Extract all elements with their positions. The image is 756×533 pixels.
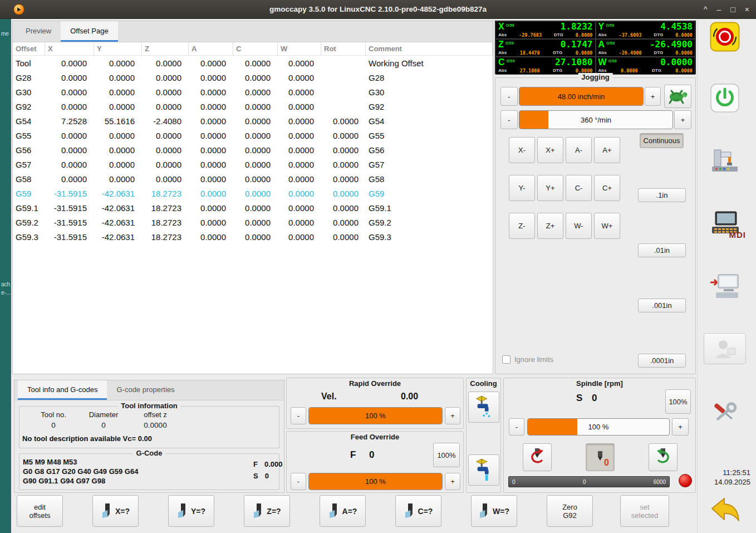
axis-set-button[interactable]: Z=? — [244, 495, 290, 527]
axis-set-button[interactable]: C=? — [395, 495, 441, 527]
offset-row[interactable]: G59 -31.5915 -42.0631 18.2723 0.0000 0.0… — [13, 186, 493, 201]
offset-row[interactable]: G55 0.0000 0.0000 0.0000 0.0000 0.0000 0… — [13, 128, 493, 143]
jog-button[interactable]: Z+ — [537, 213, 563, 239]
turtle-speed-button[interactable] — [664, 85, 691, 108]
cell-offset-name: G59 — [13, 189, 45, 198]
spindle-stop-button[interactable]: 0 — [586, 443, 615, 471]
dro-axis-cell[interactable]: W G59 0.0000 Abs 0.0000 DTG 0.0000 — [596, 57, 696, 75]
offset-row[interactable]: G92 0.0000 0.0000 0.0000 0.0000 0.0000 0… — [13, 99, 493, 114]
offset-row[interactable]: G58 0.0000 0.0000 0.0000 0.0000 0.0000 0… — [13, 172, 493, 186]
rapid-minus-button[interactable]: - — [291, 407, 306, 424]
tab-preview[interactable]: Preview — [16, 21, 61, 42]
close-icon[interactable]: × — [745, 5, 749, 14]
dro-axis-cell[interactable]: Z G59 0.1747 Abs 18.4470 DTG 0.0000 — [495, 39, 596, 57]
col-offset: Offset — [13, 42, 45, 55]
ignore-limits-checkbox[interactable]: Ignore limits — [502, 355, 553, 364]
jog-button[interactable]: A- — [566, 137, 592, 163]
feed-override-slider[interactable]: 100 % — [308, 473, 443, 490]
linear-speed-minus-button[interactable]: - — [500, 87, 518, 106]
spindle-right-button[interactable] — [649, 443, 678, 471]
back-button[interactable] — [703, 493, 748, 527]
offset-row[interactable]: G28 0.0000 0.0000 0.0000 0.0000 0.0000 0… — [13, 70, 493, 85]
feed-minus-button[interactable]: - — [291, 473, 306, 490]
offset-row[interactable]: G57 0.0000 0.0000 0.0000 0.0000 0.0000 0… — [13, 157, 493, 172]
emergency-stop-button[interactable] — [702, 21, 748, 52]
angular-jog-speed-slider[interactable]: 360 °/min — [519, 110, 673, 129]
offset-row[interactable]: G30 0.0000 0.0000 0.0000 0.0000 0.0000 0… — [13, 85, 493, 99]
offset-row[interactable]: G59.2 -31.5915 -42.0631 18.2723 0.0000 0… — [13, 215, 493, 229]
increment-.01in-button[interactable]: .01in — [638, 243, 686, 257]
spindle-reset-button[interactable]: 100% — [665, 389, 691, 414]
tab-gcode-properties[interactable]: G-code properties — [107, 380, 184, 400]
checkbox-icon — [502, 355, 510, 364]
offset-row[interactable]: G56 0.0000 0.0000 0.0000 0.0000 0.0000 0… — [13, 143, 493, 157]
linear-jog-speed-slider[interactable]: 48.00 inch/min — [519, 87, 644, 106]
minimize-icon[interactable]: – — [717, 5, 721, 14]
jog-button[interactable]: X- — [509, 137, 535, 163]
rapid-override-slider[interactable]: 100 % — [308, 407, 443, 424]
jog-button[interactable]: Z- — [509, 213, 535, 239]
increment-.1in-button[interactable]: .1in — [638, 188, 686, 202]
cell-offset-name: G59.3 — [13, 232, 45, 242]
tab-offset-page[interactable]: Offset Page — [61, 21, 117, 42]
dro-axis-cell[interactable]: Y G59 4.4538 Abs -37.6093 DTG 0.0000 — [596, 21, 696, 39]
cell-x: -31.5915 — [45, 232, 94, 242]
jog-button[interactable]: W+ — [594, 213, 620, 239]
spindle-override-slider[interactable]: 100 % — [527, 418, 670, 436]
axis-set-button[interactable]: X=? — [92, 495, 139, 527]
offset-row[interactable]: G54 7.2528 55.1616 -2.4080 0.0000 0.0000… — [13, 114, 493, 128]
jog-button[interactable]: C+ — [594, 175, 620, 201]
feed-plus-button[interactable]: + — [445, 473, 460, 490]
cell-y: 0.0000 — [94, 145, 142, 155]
jog-button[interactable]: A+ — [594, 137, 620, 163]
user-tab-button[interactable] — [704, 333, 746, 364]
spindle-plus-button[interactable]: + — [672, 418, 689, 436]
cell-rot: 0.0000 — [321, 174, 366, 184]
mdi-mode-button[interactable]: MDI — [699, 207, 752, 239]
cell-rot: 0.0000 — [321, 203, 366, 213]
auto-mode-button[interactable] — [702, 271, 748, 303]
abs-label: Abs — [598, 51, 607, 55]
spindle-left-button[interactable] — [523, 443, 552, 471]
jog-button[interactable]: C- — [566, 175, 592, 201]
machine-on-button[interactable] — [702, 82, 748, 114]
feed-reset-button[interactable]: 100% — [433, 443, 460, 467]
angular-jog-speed-value: 360 °/min — [519, 111, 672, 129]
set-selected-button[interactable]: set selected — [620, 495, 669, 527]
edit-offsets-button[interactable]: edit offsets — [17, 495, 63, 527]
spindle-minus-button[interactable]: - — [509, 418, 524, 436]
increment-.001in-button[interactable]: .001in — [638, 299, 686, 312]
dro-axis-cell[interactable]: X G59 1.8232 Abs -29.7683 DTG 0.0000 — [495, 21, 596, 39]
dro-axis-cell[interactable]: C G59 27.1080 Abs 27.1080 DTG 0.0000 — [495, 57, 596, 75]
window-controls: ^ – □ × — [704, 0, 749, 19]
jog-button[interactable]: Y+ — [537, 175, 563, 201]
cell-offset-name: G58 — [13, 174, 45, 184]
jog-button[interactable]: W- — [566, 213, 592, 239]
offset-row[interactable]: G59.3 -31.5915 -42.0631 18.2723 0.0000 0… — [13, 229, 493, 244]
linear-speed-plus-button[interactable]: + — [645, 87, 661, 106]
flood-coolant-button[interactable] — [468, 454, 499, 486]
tool-icon — [101, 503, 114, 520]
abs-label: Abs — [498, 69, 507, 73]
manual-mode-button[interactable] — [702, 145, 748, 176]
maximize-icon[interactable]: □ — [730, 5, 735, 14]
offset-row[interactable]: Tool 0.0000 0.0000 0.0000 0.0000 0.0000 … — [13, 56, 493, 70]
increment-.0001in-button[interactable]: .0001in — [638, 354, 686, 368]
zero-g92-button[interactable]: Zero G92 — [547, 495, 593, 527]
jog-button[interactable]: Y- — [509, 175, 535, 201]
shade-icon[interactable]: ^ — [704, 5, 708, 14]
angular-speed-plus-button[interactable]: + — [674, 110, 691, 129]
angular-speed-minus-button[interactable]: - — [500, 110, 518, 129]
mist-coolant-button[interactable] — [468, 392, 499, 423]
continuous-jog-button[interactable]: Continuous — [640, 133, 684, 148]
settings-button[interactable] — [702, 397, 748, 429]
axis-set-button[interactable]: W=? — [471, 495, 517, 527]
axis-set-button[interactable]: A=? — [320, 495, 366, 527]
jog-button[interactable]: X+ — [537, 137, 563, 163]
tab-tool-info[interactable]: Tool info and G-codes — [18, 380, 107, 400]
cell-y: 0.0000 — [94, 102, 142, 111]
axis-set-button[interactable]: Y=? — [168, 495, 214, 527]
dro-axis-cell[interactable]: A G59 -26.4900 Abs -26.4900 DTG 0.0000 — [596, 39, 696, 57]
offset-row[interactable]: G59.1 -31.5915 -42.0631 18.2723 0.0000 0… — [13, 201, 493, 215]
rapid-plus-button[interactable]: + — [445, 407, 460, 424]
